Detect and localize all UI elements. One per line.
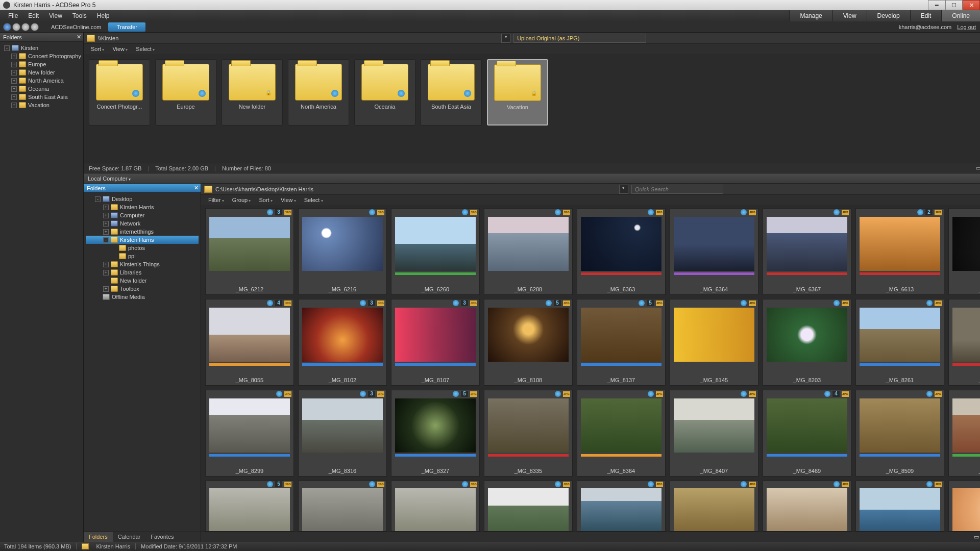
menu-edit[interactable]: Edit <box>23 11 44 21</box>
online-thumb-slider[interactable]: ▭ ▭ <box>976 165 980 171</box>
online-folder-card[interactable]: 🔒Vacation <box>487 59 548 126</box>
thumbnail-card[interactable]: 2JPG_MG_6613 <box>855 208 944 295</box>
close-icon[interactable]: ✕ <box>194 185 199 191</box>
thumbnail-card[interactable]: JPG_MG_8261 <box>855 299 944 386</box>
local-filter-button[interactable]: Filter <box>205 196 227 204</box>
online-tree-item[interactable]: +North America <box>2 77 81 85</box>
thumbnail-card[interactable]: 4JPG_MG_8469 <box>763 390 851 477</box>
window-close-button[interactable]: ✕ <box>963 0 980 10</box>
local-select-button[interactable]: Select <box>301 196 326 204</box>
online-tree-item[interactable]: +New folder <box>2 68 81 77</box>
local-tree-item[interactable]: +Computer <box>86 211 199 219</box>
thumbnail-card[interactable]: JPG_MG_8145 <box>670 299 758 386</box>
online-tree-item[interactable]: +South East Asia <box>2 93 81 101</box>
online-sort-button[interactable]: Sort <box>88 45 107 53</box>
mode-tab-edit[interactable]: Edit <box>910 10 942 21</box>
local-group-button[interactable]: Group <box>229 196 254 204</box>
thumbnail-card[interactable]: 5JPG_MG_8108 <box>484 299 573 386</box>
mode-tab-manage[interactable]: Manage <box>789 10 832 21</box>
menu-tools[interactable]: Tools <box>67 11 92 21</box>
thumbnail-card[interactable]: 1JPG_MG_8287 <box>948 299 980 386</box>
menu-view[interactable]: View <box>44 11 67 21</box>
logout-link[interactable]: Log out <box>957 24 976 30</box>
thumbnail-card[interactable]: JPG <box>484 481 573 532</box>
nav-back-button[interactable] <box>3 23 11 31</box>
zoom-out-icon[interactable]: ▭ <box>976 165 980 171</box>
zoom-out-icon[interactable]: ▭ <box>974 534 979 540</box>
local-tree-item[interactable]: Offline Media <box>86 293 199 301</box>
online-tree-item[interactable]: +Concert Photography <box>2 52 81 60</box>
local-tree-item[interactable]: ppl <box>86 252 199 260</box>
thumbnail-card[interactable]: JPG_MG_6216 <box>298 208 387 295</box>
thumbnail-card[interactable]: JPG_MG_6260 <box>391 208 480 295</box>
thumbnail-card[interactable]: JPG_MG_8299 <box>205 390 294 477</box>
thumbnail-card[interactable]: JPG <box>670 481 758 532</box>
thumbnail-card[interactable]: JPG_MG_6363 <box>577 208 666 295</box>
upload-mode-select[interactable]: Upload Original (as JPG) <box>513 34 646 43</box>
local-path[interactable]: C:\Users\kharris\Desktop\Kirsten Harris <box>215 186 313 192</box>
transfer-tab[interactable]: Transfer <box>108 22 145 32</box>
local-tree-item[interactable]: +Toolbox <box>86 285 199 293</box>
online-select-button[interactable]: Select <box>133 45 158 53</box>
local-tree-item[interactable]: +Libraries <box>86 268 199 277</box>
thumbnail-card[interactable]: 5JPG <box>205 481 294 532</box>
thumbnail-card[interactable]: 3JPG_MG_8107 <box>391 299 480 386</box>
mode-tab-online[interactable]: Online <box>941 10 980 21</box>
online-tree-item[interactable]: +Europe <box>2 60 81 68</box>
thumbnail-card[interactable]: JPG <box>391 481 480 532</box>
local-tree-item[interactable]: +Network <box>86 219 199 228</box>
thumbnail-card[interactable]: JPG_MG_8364 <box>577 390 666 477</box>
local-tree-item[interactable]: +Kirsten Harris <box>86 203 199 211</box>
menu-file[interactable]: File <box>3 11 23 21</box>
close-icon[interactable]: ✕ <box>77 34 81 40</box>
thumbnail-card[interactable]: 5JPG_MG_8327 <box>391 390 480 477</box>
local-tree-item[interactable]: +internetthings <box>86 228 199 236</box>
thumbnail-card[interactable]: JPG <box>577 481 666 532</box>
thumbnail-card[interactable]: JPG_MG_6288 <box>484 208 573 295</box>
online-folder-card[interactable]: Europe <box>155 59 216 126</box>
online-view-button[interactable]: View <box>109 45 131 53</box>
local-tree-item[interactable]: -Kirsten Harris <box>86 236 199 244</box>
mode-tab-develop[interactable]: Develop <box>867 10 910 21</box>
nav-home-button[interactable] <box>31 23 39 31</box>
online-folder-card[interactable]: Oceania <box>354 59 415 126</box>
local-tree-item[interactable]: -Desktop <box>86 195 199 203</box>
nav-refresh-button[interactable] <box>21 23 30 31</box>
path-dropdown-button[interactable]: ▾ <box>501 34 510 43</box>
thumbnail-card[interactable]: JPG_MG_6364 <box>670 208 758 295</box>
thumbnail-card[interactable]: 5JPG_MG_8137 <box>577 299 666 386</box>
thumbnail-card[interactable]: JPG_MG_8407 <box>670 390 758 477</box>
window-minimize-button[interactable]: ━ <box>928 0 945 10</box>
thumbnail-card[interactable]: JPG <box>948 481 980 532</box>
online-folder-card[interactable]: North America <box>288 59 349 126</box>
thumbnail-card[interactable]: 4JPG_MG_8547 <box>948 390 980 477</box>
online-folder-card[interactable]: 🔒New folder <box>222 59 283 126</box>
quick-search-input[interactable]: Quick Search <box>631 185 723 194</box>
thumbnail-card[interactable]: JPG_MG_8509 <box>855 390 944 477</box>
window-maximize-button[interactable]: ☐ <box>945 0 963 10</box>
online-path[interactable]: \\Kirsten <box>98 35 118 41</box>
thumbnail-card[interactable]: JPG <box>763 481 851 532</box>
local-tree-item[interactable]: photos <box>86 244 199 252</box>
local-tree-item[interactable]: +Kirsten's Things <box>86 260 199 268</box>
menu-help[interactable]: Help <box>92 11 115 21</box>
local-sort-button[interactable]: Sort <box>256 196 275 204</box>
thumbnail-card[interactable]: JPG_MG_6677 <box>948 208 980 295</box>
online-tree-root[interactable]: -Kirsten <box>2 44 81 52</box>
acdsee-online-link[interactable]: ACDSeeOnline.com <box>46 23 106 31</box>
mode-tab-view[interactable]: View <box>832 10 867 21</box>
thumbnail-card[interactable]: JPG_MG_8203 <box>763 299 851 386</box>
thumbnail-card[interactable]: JPG_MG_6367 <box>763 208 851 295</box>
local-computer-label[interactable]: Local Computer <box>88 176 131 182</box>
thumbnail-scroll[interactable]: 3JPG_MG_6212JPG_MG_6216JPG_MG_6260JPG_MG… <box>201 205 980 532</box>
thumbnail-card[interactable]: JPG_MG_8335 <box>484 390 573 477</box>
thumbnail-card[interactable]: JPG <box>855 481 944 532</box>
online-folder-card[interactable]: Concert Photogr... <box>89 59 150 126</box>
thumbnail-card[interactable]: 3JPG_MG_8316 <box>298 390 387 477</box>
tree-tab-calendar[interactable]: Calendar <box>113 532 146 542</box>
tree-tab-favorites[interactable]: Favorites <box>145 532 179 542</box>
thumbnail-card[interactable]: 3JPG_MG_8102 <box>298 299 387 386</box>
nav-forward-button[interactable] <box>12 23 20 31</box>
thumbnail-card[interactable]: 4JPG_MG_8055 <box>205 299 294 386</box>
thumbnail-card[interactable]: JPG <box>298 481 387 532</box>
